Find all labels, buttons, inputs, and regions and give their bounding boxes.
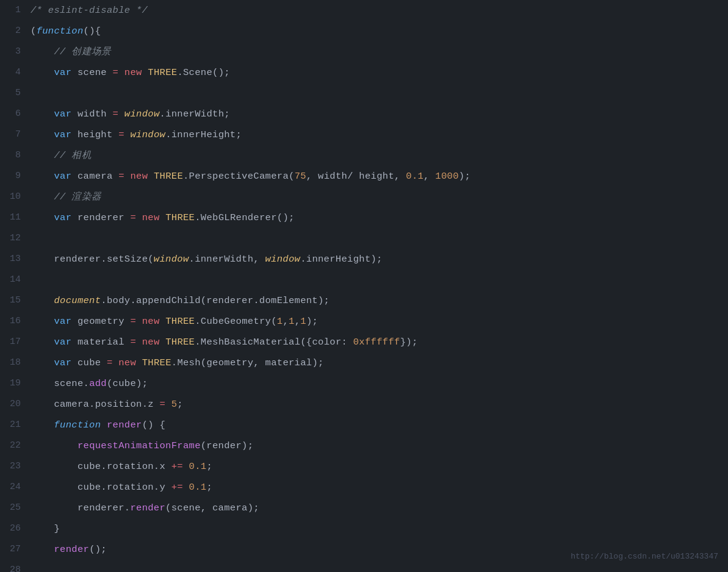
line-content-10: // 渲染器 (31, 187, 728, 207)
line-num-13: 13 (0, 249, 31, 270)
line-content-21: function render() { (31, 415, 728, 435)
line-num-3: 3 (0, 41, 31, 62)
line-content-25: renderer.render(scene, camera); (31, 498, 728, 518)
line-content-20: camera.position.z = 5; (31, 394, 728, 415)
line-content-19: scene.add(cube); (31, 373, 728, 394)
line-content-22: requestAnimationFrame(render); (31, 435, 728, 456)
line-num-23: 23 (0, 456, 31, 477)
line-num-5: 5 (0, 83, 31, 104)
code-line-2: 2 (function(){ (0, 21, 728, 41)
line-content-26: } (31, 518, 728, 539)
line-content-1: /* eslint-disable */ (31, 0, 728, 21)
code-editor: 1 /* eslint-disable */ 2 (function(){ 3 … (0, 0, 728, 572)
code-line-21: 21 function render() { (0, 415, 728, 435)
line-num-10: 10 (0, 187, 31, 207)
code-line-12: 12 (0, 228, 728, 249)
line-content-7: var height = window.innerHeight; (31, 124, 728, 145)
line-content-15: document.body.appendChild(renderer.domEl… (31, 290, 728, 311)
code-line-8: 8 // 相机 (0, 145, 728, 166)
line-num-2: 2 (0, 21, 31, 41)
line-num-22: 22 (0, 435, 31, 456)
code-line-9: 9 var camera = new THREE.PerspectiveCame… (0, 166, 728, 187)
code-line-17: 17 var material = new THREE.MeshBasicMat… (0, 332, 728, 352)
line-content-6: var width = window.innerWidth; (31, 104, 728, 124)
code-line-6: 6 var width = window.innerWidth; (0, 104, 728, 124)
line-num-6: 6 (0, 104, 31, 124)
code-line-26: 26 } (0, 518, 728, 539)
line-content-23: cube.rotation.x += 0.1; (31, 456, 728, 477)
code-line-24: 24 cube.rotation.y += 0.1; (0, 477, 728, 498)
line-num-19: 19 (0, 373, 31, 394)
code-line-23: 23 cube.rotation.x += 0.1; (0, 456, 728, 477)
code-line-3: 3 // 创建场景 (0, 41, 728, 62)
line-content-8: // 相机 (31, 145, 728, 166)
line-content-2: (function(){ (31, 21, 728, 41)
line-num-11: 11 (0, 207, 31, 228)
code-line-13: 13 renderer.setSize(window.innerWidth, w… (0, 249, 728, 270)
line-num-28: 28 (0, 560, 31, 572)
code-line-16: 16 var geometry = new THREE.CubeGeometry… (0, 311, 728, 332)
line-content-9: var camera = new THREE.PerspectiveCamera… (31, 166, 728, 187)
line-num-1: 1 (0, 0, 31, 21)
code-line-25: 25 renderer.render(scene, camera); (0, 498, 728, 518)
line-content-17: var material = new THREE.MeshBasicMateri… (31, 332, 728, 352)
line-num-26: 26 (0, 518, 31, 539)
line-num-12: 12 (0, 228, 31, 249)
line-num-18: 18 (0, 352, 31, 373)
line-num-9: 9 (0, 166, 31, 187)
line-num-17: 17 (0, 332, 31, 352)
line-num-8: 8 (0, 145, 31, 166)
line-num-24: 24 (0, 477, 31, 498)
code-line-20: 20 camera.position.z = 5; (0, 394, 728, 415)
code-line-11: 11 var renderer = new THREE.WebGLRendere… (0, 207, 728, 228)
code-line-22: 22 requestAnimationFrame(render); (0, 435, 728, 456)
line-num-16: 16 (0, 311, 31, 332)
code-line-19: 19 scene.add(cube); (0, 373, 728, 394)
line-content-18: var cube = new THREE.Mesh(geometry, mate… (31, 352, 728, 373)
line-num-7: 7 (0, 124, 31, 145)
code-line-18: 18 var cube = new THREE.Mesh(geometry, m… (0, 352, 728, 373)
line-num-25: 25 (0, 498, 31, 518)
code-line-5: 5 (0, 83, 728, 104)
code-line-4: 4 var scene = new THREE.Scene(); (0, 62, 728, 83)
watermark: http://blog.csdn.net/u013243347 (571, 546, 718, 567)
line-content-16: var geometry = new THREE.CubeGeometry(1,… (31, 311, 728, 332)
code-line-7: 7 var height = window.innerHeight; (0, 124, 728, 145)
line-content-24: cube.rotation.y += 0.1; (31, 477, 728, 498)
line-content-4: var scene = new THREE.Scene(); (31, 62, 728, 83)
line-num-27: 27 (0, 539, 31, 560)
code-line-10: 10 // 渲染器 (0, 187, 728, 207)
line-content-13: renderer.setSize(window.innerWidth, wind… (31, 249, 728, 270)
line-content-3: // 创建场景 (31, 41, 728, 62)
line-num-21: 21 (0, 415, 31, 435)
code-line-1: 1 /* eslint-disable */ (0, 0, 728, 21)
code-line-15: 15 document.body.appendChild(renderer.do… (0, 290, 728, 311)
line-content-11: var renderer = new THREE.WebGLRenderer()… (31, 207, 728, 228)
code-line-14: 14 (0, 270, 728, 290)
line-num-14: 14 (0, 270, 31, 290)
line-num-20: 20 (0, 394, 31, 415)
line-num-15: 15 (0, 290, 31, 311)
line-num-4: 4 (0, 62, 31, 83)
